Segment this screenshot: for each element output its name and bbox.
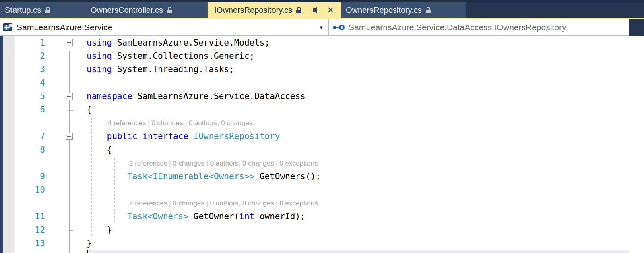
tab-label: IOwnersRepository.cs xyxy=(214,6,292,15)
navigation-bar: SamLearnsAzure.Service ▾ SamLearnsAzure.… xyxy=(0,19,629,36)
line-number: 12 xyxy=(0,224,45,237)
line-number: 9 xyxy=(0,170,45,183)
line-number: 14 xyxy=(0,250,45,253)
close-icon[interactable]: × xyxy=(327,6,334,14)
line-number: 7 xyxy=(0,130,45,143)
codelens-badge[interactable]: 2 references | 0 changes | 0 authors, 0 … xyxy=(129,197,318,210)
line-number: 13 xyxy=(0,237,45,250)
codelens-badge[interactable]: 4 references | 0 changes | 0 authors, 0 … xyxy=(108,116,252,130)
code-line-14[interactable]: 14 xyxy=(0,250,644,253)
code-text: using System.Collections.Generic; xyxy=(87,50,254,63)
code-text: Task<Owners> GetOwner(int ownerId); xyxy=(87,210,305,223)
code-line-10[interactable]: 10 xyxy=(0,183,644,197)
codelens-badge[interactable]: 2 references | 0 changes | 0 authors, 0 … xyxy=(129,157,318,170)
code-text: using SamLearnsAzure.Service.Models; xyxy=(87,36,270,50)
code-line-2[interactable]: 2using System.Collections.Generic; xyxy=(0,50,644,63)
code-text: } xyxy=(87,224,112,237)
code-line-3[interactable]: 3using System.Threading.Tasks; xyxy=(0,63,644,76)
code-text: namespace SamLearnsAzure.Service.DataAcc… xyxy=(87,90,305,103)
vs-editor-window: Startup.csOwnersController.csIOwnersRepo… xyxy=(0,0,644,253)
member-dropdown-value: SamLearnsAzure.Service.DataAccess.IOwner… xyxy=(349,23,566,32)
tab-list: Startup.csOwnersController.csIOwnersRepo… xyxy=(0,2,466,18)
fold-toggle-icon[interactable] xyxy=(66,39,73,46)
code-line-9[interactable]: 9 Task<IEnumerable<Owners>> GetOwners(); xyxy=(0,170,644,183)
lock-icon xyxy=(45,7,50,13)
text-caret xyxy=(87,250,88,253)
lock-icon xyxy=(426,7,431,13)
line-number: 2 xyxy=(0,50,45,63)
lock-icon xyxy=(167,7,172,13)
line-number: 11 xyxy=(0,210,45,223)
code-text: { xyxy=(87,143,112,157)
code-line-1[interactable]: 1using SamLearnsAzure.Service.Models; xyxy=(0,36,644,50)
code-line-7[interactable]: 7 public interface IOwnersRepository xyxy=(0,130,644,143)
code-text: } xyxy=(87,237,92,250)
navbar-right-fill xyxy=(629,19,644,36)
line-number: 3 xyxy=(0,63,45,76)
lock-icon xyxy=(296,7,301,13)
tab-label: OwnersController.cs xyxy=(91,6,163,15)
tab-ownerscontroller-cs[interactable]: OwnersController.cs xyxy=(86,2,208,18)
chevron-down-icon[interactable]: ▾ xyxy=(320,24,323,31)
code-text: Task<IEnumerable<Owners>> GetOwners(); xyxy=(87,170,321,183)
fold-toggle-icon[interactable] xyxy=(66,93,73,100)
code-text: using System.Threading.Tasks; xyxy=(87,63,234,76)
codelens-row: 2 references | 0 changes | 0 authors, 0 … xyxy=(0,157,644,170)
tab-label: OwnersRepository.cs xyxy=(346,6,422,15)
line-number: 5 xyxy=(0,90,45,103)
csharp-project-icon xyxy=(3,23,12,31)
line-number: 6 xyxy=(0,103,45,116)
code-editor[interactable]: 1using SamLearnsAzure.Service.Models;2us… xyxy=(0,36,644,253)
codelens-row: 4 references | 0 changes | 0 authors, 0 … xyxy=(0,116,644,130)
code-line-12[interactable]: 12 } xyxy=(0,224,644,237)
code-line-13[interactable]: 13} xyxy=(0,237,644,250)
code-line-4[interactable]: 4 xyxy=(0,77,644,90)
line-number: 10 xyxy=(0,183,45,197)
code-line-6[interactable]: 6{ xyxy=(0,103,644,116)
code-text: public interface IOwnersRepository xyxy=(87,130,280,143)
current-line-highlight xyxy=(89,250,629,253)
line-number: 1 xyxy=(0,36,45,50)
tab-label: Startup.cs xyxy=(5,6,41,15)
code-text: { xyxy=(87,103,92,116)
interface-icon xyxy=(333,24,345,31)
code-lines: 1using SamLearnsAzure.Service.Models;2us… xyxy=(0,36,644,253)
line-number: 4 xyxy=(0,77,45,90)
code-line-5[interactable]: 5namespace SamLearnsAzure.Service.DataAc… xyxy=(0,90,644,103)
member-dropdown[interactable]: SamLearnsAzure.Service.DataAccess.IOwner… xyxy=(329,19,629,35)
fold-toggle-icon[interactable] xyxy=(66,133,73,140)
tab-iownersrepository-cs[interactable]: IOwnersRepository.cs× xyxy=(208,2,341,18)
project-dropdown-value: SamLearnsAzure.Service xyxy=(17,23,112,32)
code-line-11[interactable]: 11 Task<Owners> GetOwner(int ownerId); xyxy=(0,210,644,223)
pin-icon[interactable] xyxy=(310,6,318,14)
tab-ownersrepository-cs[interactable]: OwnersRepository.cs xyxy=(341,2,466,18)
code-line-8[interactable]: 8 { xyxy=(0,143,644,157)
tab-startup-cs[interactable]: Startup.cs xyxy=(0,2,86,18)
codelens-row: 2 references | 0 changes | 0 authors, 0 … xyxy=(0,197,644,210)
line-number: 8 xyxy=(0,143,45,157)
document-tab-bar: Startup.csOwnersController.csIOwnersRepo… xyxy=(0,0,644,19)
project-dropdown[interactable]: SamLearnsAzure.Service ▾ xyxy=(0,19,328,35)
